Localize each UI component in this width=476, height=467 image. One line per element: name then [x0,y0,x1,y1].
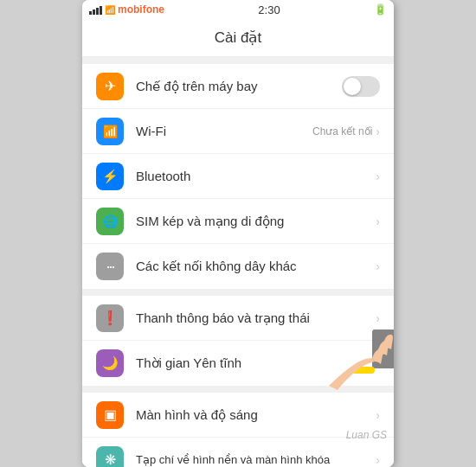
status-right: 🔋 [374,3,387,16]
wifi-right: Chưa kết nối › [312,125,380,138]
notif-chevron: › [376,311,380,325]
bluetooth-chevron: › [376,170,380,183]
bluetooth-item[interactable]: ⚡ Bluetooth › [82,154,394,199]
status-left: 📶 mobifone [89,3,164,16]
carrier-label: mobifone [118,3,164,16]
wallpaper-chevron: › [376,453,380,467]
time-label: 2:30 [258,3,280,16]
other-conn-icon-bg: ··· [96,253,124,280]
bluetooth-right: › [376,170,380,183]
settings-content: ✈ Chế độ trên máy bay 📶 Wi-Fi [82,57,394,467]
other-conn-icon: ··· [106,258,113,276]
airplane-mode-toggle[interactable] [342,76,380,97]
do-not-disturb-item[interactable]: 🌙 Thời gian Yên tĩnh › [82,341,394,386]
dnd-label: Thời gian Yên tĩnh [136,355,376,371]
bluetooth-icon-bg: ⚡ [96,163,124,190]
notif-right: › [376,311,380,325]
page-title: Cài đặt [215,29,261,47]
dnd-icon: 🌙 [102,355,119,371]
wallpaper-right: › [376,453,380,467]
brightness-icon: ▣ [104,406,117,423]
signal-icon: 📶 [105,5,115,15]
brightness-right: › [376,408,380,422]
notif-icon: ❗ [101,310,119,326]
wifi-label: Wi-Fi [136,124,312,138]
bluetooth-icon: ⚡ [102,169,119,184]
signal-bars [89,4,102,15]
dual-sim-item[interactable]: 🌐 SIM kép và mạng di động › [82,199,394,244]
wifi-status: Chưa kết nối [312,125,372,138]
screen-brightness-label: Màn hình và độ sáng [136,407,376,423]
other-conn-chevron: › [376,259,380,273]
connectivity-section-inner: ✈ Chế độ trên máy bay 📶 Wi-Fi [82,64,394,289]
wifi-chevron: › [376,125,380,138]
dual-sim-chevron: › [376,214,380,228]
status-bar: 📶 mobifone 2:30 🔋 [82,0,394,19]
notifications-section-inner: ❗ Thanh thông báo và trạng thái › 🌙 Thời… [82,296,394,386]
wallpaper-icon-bg: ❋ [96,446,124,468]
other-connections-label: Các kết nối không dây khác [136,259,376,274]
dual-sim-label: SIM kép và mạng di động [136,214,376,229]
wallpaper-icon: ❋ [105,451,116,467]
other-connections-item[interactable]: ··· Các kết nối không dây khác › [82,244,394,289]
battery-icon: 🔋 [374,3,387,16]
sim-icon-bg: 🌐 [96,208,124,235]
notifications-item[interactable]: ❗ Thanh thông báo và trạng thái › [82,296,394,341]
wallpaper-label: Tạp chí về hình nền và màn hình khóa [136,453,376,466]
wallpaper-item[interactable]: ❋ Tạp chí về hình nền và màn hình khóa › [82,438,394,467]
toggle-knob [344,78,361,95]
brightness-icon-bg: ▣ [96,401,124,429]
wifi-icon: 📶 [103,125,118,138]
notif-icon-bg: ❗ [96,304,124,332]
wifi-icon-bg: 📶 [96,118,124,145]
airplane-icon: ✈ [105,78,116,94]
airplane-mode-toggle-area [342,76,380,97]
sim-icon: 🌐 [103,214,118,228]
notifications-section: ❗ Thanh thông báo và trạng thái › 🌙 Thời… [82,296,394,386]
dnd-chevron: › [376,356,380,370]
notifications-label: Thanh thông báo và trạng thái [136,310,376,326]
airplane-mode-item[interactable]: ✈ Chế độ trên máy bay [82,64,394,109]
dnd-icon-bg: 🌙 [96,349,124,377]
connectivity-section: ✈ Chế độ trên máy bay 📶 Wi-Fi [82,64,394,289]
other-conn-right: › [376,259,380,273]
dual-sim-right: › [376,214,380,228]
wifi-item[interactable]: 📶 Wi-Fi Chưa kết nối › [82,109,394,154]
title-bar: Cài đặt [82,19,394,57]
brightness-chevron: › [376,408,380,422]
airplane-icon-bg: ✈ [96,73,124,100]
bluetooth-label: Bluetooth [136,169,376,183]
dnd-right: › [376,356,380,370]
watermark: Luan GS [346,429,387,441]
phone-frame: 📶 mobifone 2:30 🔋 Cài đặt ✈ Chế độ trên … [82,0,394,467]
airplane-mode-label: Chế độ trên máy bay [136,79,342,94]
